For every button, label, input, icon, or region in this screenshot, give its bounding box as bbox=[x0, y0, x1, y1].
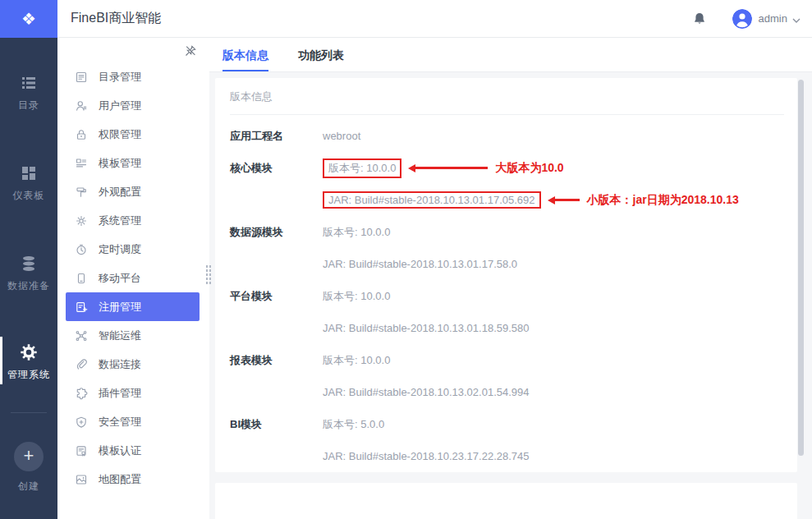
primary-nav-data-preparation[interactable]: 数据准备 bbox=[0, 255, 57, 293]
cert-icon bbox=[75, 444, 88, 457]
version-line: webroot bbox=[323, 120, 360, 152]
annotation-arrow bbox=[548, 196, 580, 204]
version-value: JAR: Build#stable-2018.10.23.17.22.28.74… bbox=[323, 450, 530, 462]
list-icon bbox=[0, 74, 57, 94]
sidebar-item-label: 移动平台 bbox=[99, 271, 141, 286]
sidebar-item-label: 模板认证 bbox=[99, 443, 141, 458]
app-title: FineBI商业智能 bbox=[71, 10, 161, 27]
sidebar-item-label: 数据连接 bbox=[99, 357, 141, 372]
sidebar-item-label: 插件管理 bbox=[99, 386, 141, 401]
version-row-1: 核心模块版本号: 10.0.0大版本为10.0JAR: Build#stable… bbox=[230, 152, 784, 216]
plus-icon: + bbox=[14, 442, 44, 471]
version-row-2: 数据源模块版本号: 10.0.0JAR: Build#stable-2018.1… bbox=[230, 216, 784, 280]
annotation-text: 大版本为10.0 bbox=[495, 161, 563, 176]
version-line: 版本号: 10.0.0 bbox=[323, 344, 530, 376]
primary-nav-label: 目录 bbox=[0, 99, 57, 113]
main-content: 版本信息 功能列表 版本信息 应用工程名webroot核心模块版本号: 10.0… bbox=[209, 38, 812, 519]
module-label: 核心模块 bbox=[230, 152, 323, 216]
annotation-arrow bbox=[408, 164, 488, 172]
sidebar-item-user-management[interactable]: 用户管理 bbox=[57, 91, 209, 120]
version-line: JAR: Build#stable-2018.10.23.17.22.28.74… bbox=[323, 440, 530, 472]
module-label: 平台模块 bbox=[230, 280, 323, 344]
sidebar-item-template-management[interactable]: 模板管理 bbox=[57, 149, 209, 177]
tab-version-info[interactable]: 版本信息 bbox=[222, 38, 268, 71]
chevron-down-icon bbox=[792, 11, 801, 26]
section-title-registration: 注册信息 bbox=[230, 483, 781, 519]
registration-info-card: 注册信息 bbox=[215, 483, 797, 519]
module-label: BI模块 bbox=[230, 408, 323, 472]
sidebar-divider bbox=[11, 412, 47, 413]
sidebar-resize-handle[interactable] bbox=[205, 264, 212, 286]
version-value: JAR: Build#stable-2018.10.13.01.18.59.58… bbox=[323, 322, 530, 334]
user-avatar bbox=[732, 9, 752, 29]
sidebar-item-plugin-management[interactable]: 插件管理 bbox=[57, 379, 209, 407]
vertical-scrollbar-thumb[interactable] bbox=[798, 80, 804, 456]
plugin-icon bbox=[75, 387, 88, 400]
register-icon bbox=[75, 301, 88, 314]
primary-nav-label: 创建 bbox=[0, 480, 57, 494]
sidebar-item-label: 目录管理 bbox=[99, 70, 141, 85]
notification-bell-icon[interactable] bbox=[693, 11, 706, 25]
primary-nav-admin-system[interactable]: 管理系统 bbox=[0, 343, 57, 382]
version-value: 版本号: 5.0.0 bbox=[323, 417, 384, 432]
sidebar-item-mobile-platform[interactable]: 移动平台 bbox=[57, 264, 209, 292]
version-value: webroot bbox=[323, 130, 360, 142]
version-line: JAR: Build#stable-2018.10.13.01.18.59.58… bbox=[323, 312, 530, 344]
paint-icon bbox=[75, 186, 88, 199]
sidebar-item-label: 权限管理 bbox=[99, 127, 141, 142]
sidebar-item-data-connection[interactable]: 数据连接 bbox=[57, 350, 209, 379]
clock-icon bbox=[75, 243, 88, 256]
link-icon bbox=[75, 358, 88, 371]
primary-nav-label: 管理系统 bbox=[0, 368, 57, 382]
sidebar-item-intelligent-ops[interactable]: 智能运维 bbox=[57, 321, 209, 350]
sidebar-item-system-management[interactable]: 系统管理 bbox=[57, 206, 209, 235]
section-title-version: 版本信息 bbox=[230, 78, 784, 114]
version-info-card: 版本信息 应用工程名webroot核心模块版本号: 10.0.0大版本为10.0… bbox=[215, 78, 797, 472]
version-value: 版本号: 10.0.0 bbox=[323, 225, 390, 240]
map-icon bbox=[75, 473, 88, 486]
version-value: 版本号: 10.0.0 bbox=[323, 289, 390, 304]
template-icon bbox=[75, 157, 88, 170]
primary-nav-label: 数据准备 bbox=[0, 279, 57, 293]
dashboard-icon bbox=[0, 164, 57, 184]
sidebar-item-catalog-management[interactable]: 目录管理 bbox=[57, 62, 209, 91]
user-menu[interactable]: admin bbox=[732, 9, 801, 29]
sidebar-item-security-management[interactable]: 安全管理 bbox=[57, 407, 209, 436]
sidebar-item-map-config[interactable]: 地图配置 bbox=[57, 465, 209, 494]
sidebar-item-appearance-config[interactable]: 外观配置 bbox=[57, 177, 209, 206]
gearline-icon bbox=[75, 214, 88, 227]
sidebar-item-label: 模板管理 bbox=[99, 156, 141, 171]
version-row-3: 平台模块版本号: 10.0.0JAR: Build#stable-2018.10… bbox=[230, 280, 784, 344]
version-value: 版本号: 10.0.0 bbox=[323, 353, 390, 368]
finebi-logo-icon[interactable]: ❖ bbox=[0, 0, 57, 38]
version-line: JAR: Build#stable-2018.10.13.02.01.54.99… bbox=[323, 376, 530, 408]
primary-nav-create[interactable]: +创建 bbox=[0, 442, 57, 494]
version-line: JAR: Build#stable-2018.10.13.01.17.58.0 bbox=[323, 248, 517, 280]
unpin-sidebar-icon[interactable] bbox=[184, 44, 197, 61]
module-label: 应用工程名 bbox=[230, 120, 323, 152]
primary-nav-dashboard[interactable]: 仪表板 bbox=[0, 164, 57, 203]
tab-feature-list[interactable]: 功能列表 bbox=[298, 38, 344, 71]
version-line: 版本号: 5.0.0 bbox=[323, 408, 530, 440]
version-row-5: BI模块版本号: 5.0.0JAR: Build#stable-2018.10.… bbox=[230, 408, 784, 472]
mobile-icon bbox=[75, 272, 88, 285]
version-row-4: 报表模块版本号: 10.0.0JAR: Build#stable-2018.10… bbox=[230, 344, 784, 408]
app-header: ❖ FineBI商业智能 admin bbox=[0, 0, 812, 38]
sidebar-item-label: 定时调度 bbox=[99, 242, 141, 257]
version-line: 版本号: 10.0.0 bbox=[323, 280, 530, 312]
sidebar-item-label: 安全管理 bbox=[99, 415, 141, 429]
shield-icon bbox=[75, 416, 88, 429]
sidebar-item-permission-management[interactable]: 权限管理 bbox=[57, 120, 209, 149]
sidebar-item-template-certification[interactable]: 模板认证 bbox=[57, 436, 209, 465]
sidebar-item-label: 智能运维 bbox=[99, 328, 141, 343]
catalog-icon bbox=[75, 71, 88, 84]
sidebar-item-label: 系统管理 bbox=[99, 214, 141, 228]
tab-bar: 版本信息 功能列表 bbox=[209, 38, 812, 72]
content-scroll-area: 版本信息 应用工程名webroot核心模块版本号: 10.0.0大版本为10.0… bbox=[209, 72, 812, 519]
primary-nav-directory[interactable]: 目录 bbox=[0, 74, 57, 113]
module-label: 报表模块 bbox=[230, 344, 323, 408]
sidebar-item-schedule[interactable]: 定时调度 bbox=[57, 235, 209, 264]
sidebar-item-registration-management[interactable]: 注册管理 bbox=[66, 292, 200, 321]
annotation-text: 小版本：jar日期为2018.10.13 bbox=[587, 193, 739, 208]
primary-nav-label: 仪表板 bbox=[0, 189, 57, 203]
